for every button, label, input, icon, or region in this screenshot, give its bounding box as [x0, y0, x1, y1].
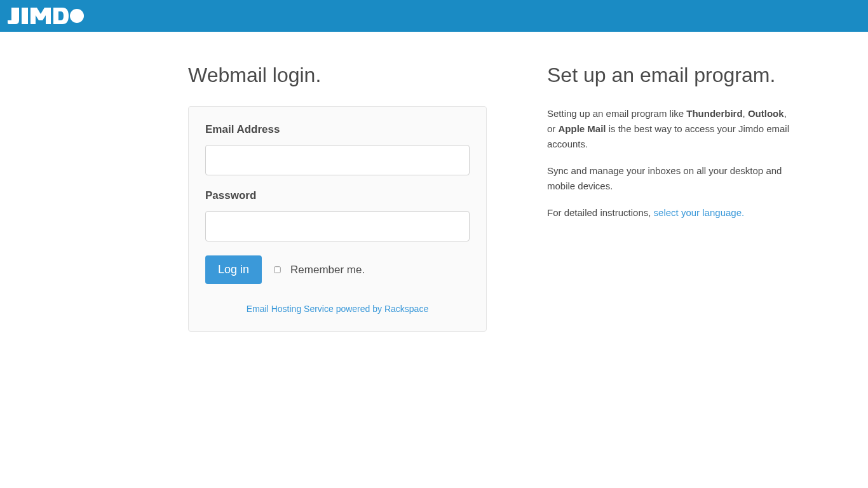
- para3-prefix: For detailed instructions,: [547, 207, 654, 218]
- password-group: Password: [205, 189, 470, 241]
- rackspace-link[interactable]: Email Hosting Service powered by Rackspa…: [247, 304, 428, 314]
- app-applemail: Apple Mail: [559, 123, 606, 134]
- login-column: Webmail login. Email Address Password Lo…: [53, 64, 487, 332]
- svg-rect-0: [22, 8, 28, 24]
- main-container: Webmail login. Email Address Password Lo…: [53, 32, 815, 363]
- login-actions: Log in Remember me.: [205, 255, 470, 284]
- setup-para-3: For detailed instructions, select your l…: [547, 205, 790, 220]
- login-form: Email Address Password Log in Remember m…: [188, 106, 487, 332]
- login-button[interactable]: Log in: [205, 255, 262, 284]
- email-group: Email Address: [205, 123, 470, 175]
- setup-para-2: Sync and manage your inboxes on all your…: [547, 163, 790, 194]
- svg-point-1: [70, 9, 84, 23]
- setup-para-1: Setting up an email program like Thunder…: [547, 106, 790, 152]
- header-bar: [0, 0, 868, 32]
- app-thunderbird: Thunderbird: [686, 108, 742, 119]
- login-title: Webmail login.: [188, 64, 487, 87]
- setup-title: Set up an email program.: [547, 64, 790, 87]
- setup-column: Set up an email program. Setting up an e…: [487, 64, 815, 332]
- jimdo-logo[interactable]: [8, 8, 84, 24]
- select-language-link[interactable]: select your language.: [654, 207, 745, 218]
- app-outlook: Outlook: [748, 108, 784, 119]
- para1-sep1: ,: [743, 108, 748, 119]
- email-label: Email Address: [205, 123, 470, 136]
- password-label: Password: [205, 189, 470, 202]
- remember-label: Remember me.: [290, 264, 365, 276]
- email-input[interactable]: [205, 145, 470, 175]
- password-input[interactable]: [205, 211, 470, 241]
- para1-prefix: Setting up an email program like: [547, 108, 686, 119]
- remember-wrap: Remember me.: [273, 264, 365, 276]
- remember-checkbox[interactable]: [274, 266, 280, 273]
- footer-link-wrap: Email Hosting Service powered by Rackspa…: [205, 303, 470, 315]
